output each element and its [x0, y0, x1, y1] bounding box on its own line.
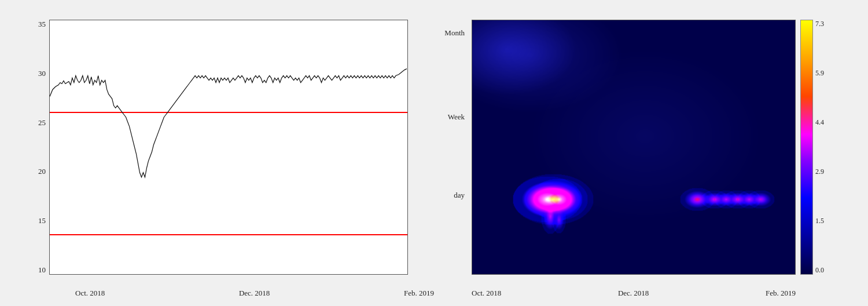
x-label-feb2019-right: Feb. 2019: [766, 289, 796, 298]
y-label-10: 10: [38, 265, 46, 275]
left-yaxis: 35 30 25 20 15 10: [23, 20, 49, 275]
colorbar-label-00: 0.0: [815, 266, 824, 275]
colorbar-labels: 7.3 5.9 4.4 2.9 1.5 0.0: [813, 20, 824, 275]
y-label-15: 15: [38, 216, 46, 225]
y-label-day: day: [454, 191, 465, 200]
right-chart: Month Week day Oct. 2018 Dec. 2018 Feb. …: [440, 8, 845, 298]
y-label-month: Month: [444, 28, 465, 38]
left-plot-area: [49, 20, 408, 275]
x-label-dec2018-right: Dec. 2018: [618, 289, 649, 298]
colorbar-label-44: 4.4: [815, 118, 824, 127]
x-label-feb2019-left: Feb. 2019: [404, 289, 434, 298]
right-plot-area: [472, 20, 796, 275]
colorbar-label-29: 2.9: [815, 167, 824, 176]
y-label-35: 35: [38, 20, 46, 29]
heatmap-canvas: [472, 20, 795, 274]
x-label-oct2018-right: Oct. 2018: [472, 289, 501, 298]
colorbar-label-59: 5.9: [815, 69, 824, 78]
x-label-oct2018-left: Oct. 2018: [75, 289, 105, 298]
right-yaxis: Month Week day: [440, 20, 472, 275]
colorbar-label-73: 7.3: [815, 20, 824, 28]
left-chart: 35 30 25 20 15 10 Oct. 2018 D: [23, 8, 417, 298]
y-label-25: 25: [38, 118, 46, 128]
left-xaxis: Oct. 2018 Dec. 2018 Feb. 2019: [75, 286, 434, 298]
y-label-week: Week: [448, 112, 465, 122]
colorbar-label-15: 1.5: [815, 217, 824, 225]
right-xaxis: Oct. 2018 Dec. 2018 Feb. 2019: [472, 286, 796, 298]
colorbar: 7.3 5.9 4.4 2.9 1.5 0.0: [800, 20, 824, 298]
charts-container: 35 30 25 20 15 10 Oct. 2018 D: [12, 5, 856, 301]
y-label-20: 20: [38, 167, 46, 176]
colorbar-gradient: [800, 20, 813, 275]
x-label-dec2018-left: Dec. 2018: [239, 289, 270, 298]
y-label-30: 30: [38, 69, 46, 78]
line-chart-svg: [50, 20, 407, 274]
